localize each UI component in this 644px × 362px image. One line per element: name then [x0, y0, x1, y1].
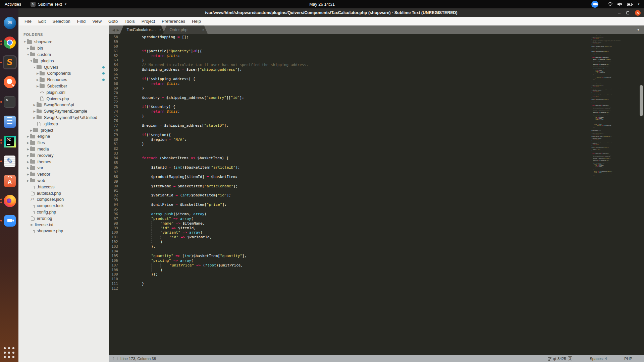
- tree-item-.gitkeep[interactable]: .gitkeep: [18, 121, 109, 127]
- menu-file[interactable]: File: [21, 17, 35, 25]
- menu-preferences[interactable]: Preferences: [158, 17, 189, 25]
- menu-edit[interactable]: Edit: [35, 17, 49, 25]
- tree-item-vendor[interactable]: ▶vendor: [18, 171, 109, 178]
- close-button[interactable]: ✕: [635, 10, 641, 16]
- folder-icon: [30, 141, 35, 145]
- code-line: 64 // No need to calculate tax if user h…: [109, 63, 644, 67]
- tree-item-SwagBannerApi[interactable]: ▶SwagBannerApi: [18, 102, 109, 108]
- tree-item-themes[interactable]: ▶themes: [18, 159, 109, 165]
- folder-icon: [33, 128, 38, 132]
- code-line: 66: [109, 72, 644, 77]
- thunderbird-icon: ✉: [4, 17, 16, 29]
- line-number: 92: [109, 193, 124, 198]
- code-line: 110: [109, 277, 644, 282]
- tree-item-custom[interactable]: ▼custom: [18, 52, 109, 58]
- tab-scroll-left-icon[interactable]: ◀: [112, 28, 115, 32]
- tree-item-project[interactable]: ▶project: [18, 127, 109, 133]
- dock-chrome[interactable]: [3, 36, 17, 50]
- code-line: 74 return $this;: [109, 109, 644, 114]
- tree-item-recovery[interactable]: ▶recovery: [18, 152, 109, 159]
- dock-gedit[interactable]: ✎: [3, 154, 17, 168]
- tree-item-Components[interactable]: ▶Components: [18, 70, 109, 77]
- panel-toggle-icon[interactable]: [113, 357, 117, 360]
- dock-zoom[interactable]: [3, 214, 17, 228]
- chevron-right-icon: ▶: [26, 166, 30, 170]
- menu-find[interactable]: Find: [74, 17, 89, 25]
- tab-overflow-icon[interactable]: ▼: [637, 28, 640, 32]
- code-line: 92 $variantId = (int)$basketItem["id"];: [109, 193, 644, 198]
- line-number: 84: [109, 156, 124, 161]
- tree-item-autoload.php[interactable]: autoload.php: [18, 190, 109, 196]
- tab-TaxCalculator.php[interactable]: TaxCalculator.php×: [120, 25, 165, 34]
- tree-item-bin[interactable]: ▶bin: [18, 45, 109, 52]
- git-branch-status[interactable]: qt-3425 3: [548, 356, 573, 361]
- menu-tools[interactable]: Tools: [121, 17, 138, 25]
- tree-item-SwagPaymentExample[interactable]: ▶SwagPaymentExample: [18, 108, 109, 115]
- restore-button[interactable]: [626, 11, 629, 14]
- scrollbar-thumb[interactable]: [640, 85, 643, 116]
- tab-Order.php[interactable]: Order.php×: [163, 25, 208, 34]
- code-line: 98 "name" => $itemName,: [109, 221, 644, 226]
- indentation-setting[interactable]: Spaces: 4: [590, 357, 607, 361]
- menu-project[interactable]: Project: [138, 17, 158, 25]
- tree-item-composer.json[interactable]: /*composer.json: [18, 196, 109, 203]
- menu-view[interactable]: View: [89, 17, 105, 25]
- json-file-icon: /*: [31, 198, 35, 201]
- activities-button[interactable]: Activities: [0, 0, 26, 8]
- title-bar[interactable]: /var/www/html/shopware/custom/plugins/Qu…: [18, 8, 644, 17]
- menu-help[interactable]: Help: [189, 17, 204, 25]
- tree-item-plugin.xml[interactable]: <>plugin.xml: [18, 89, 109, 96]
- minimize-button[interactable]: –: [618, 11, 621, 14]
- dock-software[interactable]: A: [3, 174, 17, 188]
- tab-close-icon[interactable]: ×: [200, 28, 204, 32]
- dock-terminal[interactable]: >_: [3, 95, 17, 109]
- menu-goto[interactable]: Goto: [105, 17, 121, 25]
- dock-thunderbird[interactable]: ✉: [3, 16, 17, 30]
- dock-files[interactable]: [3, 115, 17, 129]
- screenshare-indicator-icon[interactable]: [591, 1, 598, 8]
- line-number: 87: [109, 170, 124, 175]
- tree-item-composer.lock[interactable]: composer.lock: [18, 203, 109, 209]
- code-editor[interactable]: 58 $productMapping = [];59 60 61 if($art…: [109, 35, 644, 355]
- tree-item-label: media: [38, 147, 49, 152]
- dock-sublime[interactable]: S: [3, 55, 17, 69]
- tree-item-media[interactable]: ▶media: [18, 146, 109, 153]
- cursor-position[interactable]: Line 173, Column 38: [120, 357, 156, 361]
- tree-item-Quivers.php[interactable]: Quivers.php: [18, 96, 109, 102]
- tree-item-Resources[interactable]: ▶Resources: [18, 77, 109, 83]
- tree-item-error.log[interactable]: error.log: [18, 215, 109, 222]
- tab-scroll-right-icon[interactable]: ▶: [117, 28, 119, 32]
- tree-item-web[interactable]: ▶web: [18, 178, 109, 184]
- tree-item-shopware[interactable]: ▼shopware: [18, 39, 109, 45]
- tree-item-var[interactable]: ▶var: [18, 165, 109, 171]
- tree-item-plugins[interactable]: ▼plugins: [18, 58, 109, 64]
- dock-firefox[interactable]: [3, 194, 17, 208]
- minimap[interactable]: $productMapping = []; if($article["Quant…: [588, 35, 621, 182]
- tree-item-label: plugins: [41, 59, 54, 63]
- app-menu[interactable]: S Sublime Text ▼: [31, 0, 67, 8]
- pycharm-icon: PC: [4, 136, 16, 147]
- syntax-setting[interactable]: PHP: [624, 357, 632, 361]
- system-tray[interactable]: ▼: [591, 1, 644, 8]
- dock-pycharm[interactable]: PC: [3, 134, 17, 148]
- line-number: 58: [109, 35, 124, 40]
- tree-item-Subscriber[interactable]: ▶Subscriber: [18, 83, 109, 89]
- tree-item-SwagPaymentPayPalUnified[interactable]: ▶SwagPaymentPayPalUnified: [18, 115, 109, 121]
- show-applications-button[interactable]: [4, 347, 15, 359]
- tab-close-icon[interactable]: ×: [157, 28, 161, 32]
- code-line: 86 $itemId = (int)$basketItem["articleID…: [109, 165, 644, 170]
- file-icon: [31, 216, 35, 221]
- line-number: 65: [109, 67, 124, 72]
- tree-item-engine[interactable]: ▶engine: [18, 133, 109, 140]
- tree-item-Quivers[interactable]: ▼Quivers: [18, 64, 109, 70]
- tree-item-config.php[interactable]: config.php: [18, 209, 109, 216]
- menu-selection[interactable]: Selection: [49, 17, 73, 25]
- tree-item-files[interactable]: ▶files: [18, 140, 109, 146]
- sublime-logo-icon: S: [31, 2, 36, 7]
- tree-item-license.txt[interactable]: ≡license.txt: [18, 222, 109, 228]
- clock[interactable]: May 26 14:31: [0, 2, 644, 7]
- dock-postman[interactable]: [3, 75, 17, 89]
- chevron-right-icon: ▶: [26, 135, 30, 138]
- tree-item-.htaccess[interactable]: .htaccess: [18, 184, 109, 190]
- tree-item-shopware.php[interactable]: shopware.php: [18, 228, 109, 234]
